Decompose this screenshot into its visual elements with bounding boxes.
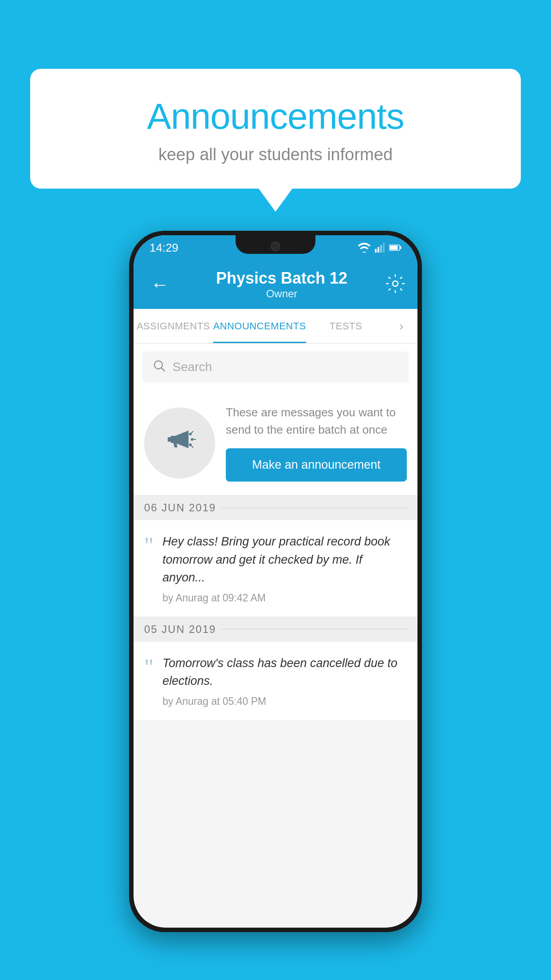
search-icon — [153, 360, 165, 375]
announcement-meta-2: by Anurag at 05:40 PM — [162, 695, 407, 707]
announcement-text-2: Tomorrow's class has been cancelled due … — [162, 654, 407, 690]
tab-more[interactable]: › — [386, 309, 417, 343]
tab-announcements[interactable]: ANNOUNCEMENTS — [213, 309, 306, 343]
tabs-container: ASSIGNMENTS ANNOUNCEMENTS TESTS › — [134, 309, 417, 344]
promo-icon-circle — [144, 407, 215, 478]
svg-rect-0 — [375, 249, 377, 253]
bubble-subtitle: keep all your students informed — [52, 145, 499, 164]
date-divider-1 — [221, 508, 407, 508]
search-bar[interactable]: Search — [142, 352, 409, 383]
announcement-text-1: Hey class! Bring your practical record b… — [162, 533, 407, 587]
date-text-1: 06 JUN 2019 — [144, 502, 216, 514]
promo-description: These are messages you want to send to t… — [226, 404, 407, 439]
wifi-icon — [358, 243, 370, 253]
announcement-content-1: Hey class! Bring your practical record b… — [162, 533, 407, 604]
tab-tests[interactable]: TESTS — [306, 309, 386, 343]
svg-rect-2 — [380, 245, 382, 253]
search-container: Search — [134, 344, 417, 391]
announcement-content-2: Tomorrow's class has been cancelled due … — [162, 654, 407, 707]
date-text-2: 05 JUN 2019 — [144, 623, 216, 636]
svg-rect-6 — [400, 246, 401, 249]
make-announcement-button[interactable]: Make an announcement — [226, 448, 407, 482]
status-icons — [358, 243, 401, 253]
svg-line-12 — [190, 431, 193, 434]
phone-screen: 14:29 — [134, 235, 417, 928]
tab-assignments[interactable]: ASSIGNMENTS — [134, 309, 213, 343]
promo-right: These are messages you want to send to t… — [226, 404, 407, 482]
announcement-item-1[interactable]: " Hey class! Bring your practical record… — [134, 520, 417, 617]
date-separator-1: 06 JUN 2019 — [134, 495, 417, 520]
announcement-promo: These are messages you want to send to t… — [134, 391, 417, 495]
quote-icon-2: " — [144, 656, 153, 679]
app-bar-subtitle: Owner — [178, 288, 386, 300]
app-bar-title: Physics Batch 12 — [178, 269, 386, 288]
bubble-title: Announcements — [52, 95, 499, 137]
battery-icon — [389, 244, 401, 251]
app-bar: ← Physics Batch 12 Owner — [134, 260, 417, 309]
phone-camera — [271, 241, 280, 251]
quote-icon-1: " — [144, 534, 153, 557]
svg-rect-3 — [383, 243, 385, 253]
app-bar-center: Physics Batch 12 Owner — [178, 269, 386, 300]
date-divider-2 — [221, 629, 407, 629]
date-separator-2: 05 JUN 2019 — [134, 617, 417, 642]
announcement-meta-1: by Anurag at 09:42 AM — [162, 592, 407, 604]
speech-bubble: Announcements keep all your students inf… — [30, 69, 521, 189]
svg-line-8 — [161, 368, 165, 371]
speech-bubble-container: Announcements keep all your students inf… — [30, 69, 521, 189]
back-button[interactable]: ← — [146, 269, 173, 300]
svg-rect-5 — [390, 246, 398, 250]
svg-line-14 — [190, 445, 193, 447]
phone-notch — [236, 235, 315, 254]
settings-button[interactable] — [386, 274, 405, 295]
announcement-item-2[interactable]: " Tomorrow's class has been cancelled du… — [134, 642, 417, 720]
megaphone-icon — [162, 422, 197, 464]
search-placeholder: Search — [173, 360, 212, 374]
phone-outer: 14:29 — [129, 231, 422, 932]
status-time: 14:29 — [150, 241, 178, 255]
phone-mockup: 14:29 — [129, 231, 422, 932]
svg-rect-1 — [378, 247, 379, 253]
signal-icon — [375, 243, 385, 253]
